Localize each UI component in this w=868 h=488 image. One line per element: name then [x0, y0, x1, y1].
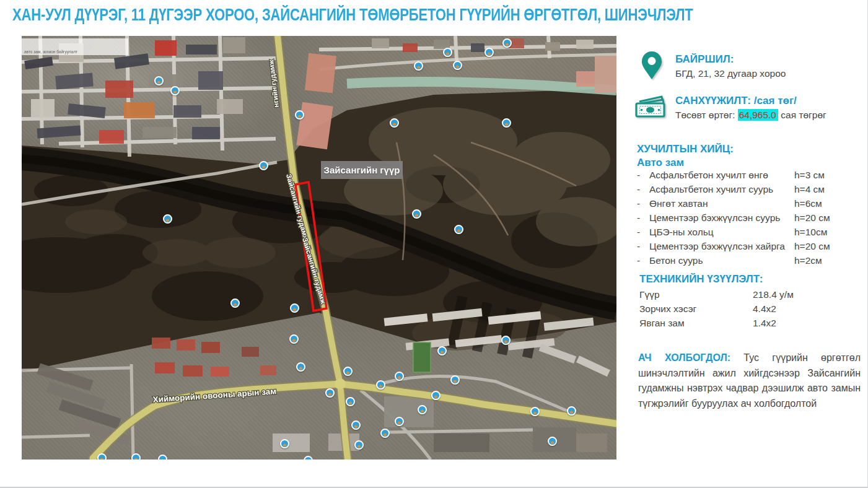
pavement-item: -Бетон суурьh=2см	[637, 253, 861, 268]
pavement-item: -Цементээр бэхжүүлсэн хайргаh=20 см	[637, 239, 861, 253]
financing-amount-highlight: 64,965.0	[738, 109, 778, 121]
photo-marker-icon[interactable]	[158, 455, 167, 460]
technical-title: ТЕХНИКИЙН ҮЗҮҮЛЭЛТ:	[639, 273, 763, 285]
photo-marker-icon[interactable]	[376, 380, 385, 390]
pavement-list: -Асфальтбетон хучилт өнгөh=3 см -Асфальт…	[637, 168, 861, 268]
pavement-item-label: Асфальтбетон хучилт өнгө	[649, 168, 794, 182]
photo-marker-icon[interactable]	[454, 225, 463, 234]
technical-row-value: 1.4х2	[753, 316, 844, 330]
photo-marker-icon[interactable]	[163, 214, 172, 224]
bridge-name-label: Зайсангийн гүүр	[321, 161, 403, 179]
technical-row: Зорчих хэсэг4.4х2	[639, 302, 844, 316]
pavement-item-label: Бетон суурь	[649, 253, 789, 268]
slide: ХАН-УУЛ ДҮҮРЭГ, 11 ДҮГЭЭР ХОРОО, ЗАЙСАНГ…	[0, 0, 868, 488]
pavement-item-value: h=20 см	[794, 211, 861, 225]
pavement-item: -Өнгөт хавтанh=6см	[637, 196, 861, 211]
technical-list: Гүүр218.4 у/м Зорчих хэсэг4.4х2 Явган за…	[639, 287, 844, 330]
pavement-item-label: Асфальтбетон хучилт суурь	[649, 182, 794, 196]
financing-title: САНХҮҮЖИЛТ: /сая төг/	[675, 95, 797, 107]
location-value: БГД, 21, 32 дугаар хороо	[675, 68, 786, 79]
photo-marker-icon[interactable]	[530, 407, 540, 416]
pavement-item: -Асфальтбетон хучилт суурьh=4 см	[637, 182, 861, 196]
photo-marker-icon[interactable]	[450, 375, 460, 385]
pavement-item-value: h=20 см	[794, 239, 861, 253]
photo-marker-icon[interactable]	[296, 362, 305, 372]
photo-marker-icon[interactable]	[412, 209, 421, 219]
pavement-subtitle: Авто зам	[637, 157, 684, 169]
bullet-dash: -	[637, 239, 649, 253]
photo-marker-icon[interactable]	[437, 346, 447, 355]
photo-marker-icon[interactable]	[502, 38, 512, 48]
pavement-item: -Цементээр бэхжүүлсэн суурьh=20 см	[637, 211, 861, 225]
photo-marker-icon[interactable]	[295, 110, 304, 120]
photo-marker-icon[interactable]	[418, 405, 427, 414]
photo-marker-icon[interactable]	[484, 48, 494, 57]
bullet-dash: -	[637, 168, 649, 182]
technical-row-value: 218.4 у/м	[753, 287, 844, 302]
photo-marker-icon[interactable]	[431, 391, 441, 400]
location-pin-icon	[641, 51, 662, 81]
pavement-item: -Асфальтбетон хучилт өнгөh=3 см	[637, 168, 861, 182]
bullet-dash: -	[637, 196, 649, 211]
financing-value: Төсөвт өртөг: 64,965.0 сая төгрөг	[675, 110, 826, 121]
pavement-item-value: h=4 см	[794, 182, 861, 196]
photo-marker-icon[interactable]	[453, 61, 462, 70]
satellite-map-art: нгийн гудамж Зайсангийн гудамж Зайсангий…	[22, 36, 616, 460]
photo-marker-icon[interactable]	[289, 334, 299, 344]
pavement-item-value: h=10см	[791, 225, 861, 239]
photo-marker-icon[interactable]	[290, 303, 299, 313]
pavement-item: -ЦБЭ-ны хольцh=10см	[637, 225, 861, 239]
financing-label: Төсөвт өртөг:	[675, 110, 735, 120]
photo-marker-icon[interactable]	[325, 388, 335, 398]
bullet-dash: -	[637, 211, 649, 225]
pavement-item-label: Цементээр бэхжүүлсэн хайрга	[649, 239, 797, 253]
technical-row: Явган зам1.4х2	[639, 316, 844, 330]
photo-marker-icon[interactable]	[548, 437, 557, 446]
technical-row-label: Явган зам	[639, 316, 753, 330]
technical-row: Гүүр218.4 у/м	[639, 287, 844, 302]
pavement-item-value: h=3 см	[794, 168, 861, 182]
pavement-item-value: h=2см	[789, 253, 861, 268]
photo-marker-icon[interactable]	[502, 118, 511, 128]
photo-marker-icon[interactable]	[154, 76, 164, 85]
location-title: БАЙРШИЛ:	[675, 53, 734, 66]
photo-marker-icon[interactable]	[259, 161, 268, 170]
financing-suffix: сая төгрөг	[781, 110, 826, 120]
photo-marker-icon[interactable]	[280, 439, 289, 448]
bullet-dash: -	[637, 182, 649, 196]
photo-marker-icon[interactable]	[443, 48, 452, 57]
pavement-item-value: h=6см	[791, 196, 861, 211]
map-attribution: авто зам, зохион байгуулалт	[22, 38, 128, 55]
photo-marker-icon[interactable]	[170, 86, 180, 95]
bullet-dash: -	[637, 225, 649, 239]
technical-row-label: Зорчих хэсэг	[639, 302, 753, 316]
technical-row-value: 4.4х2	[753, 302, 844, 316]
satellite-map: нгийн гудамж Зайсангийн гудамж Зайсангий…	[22, 36, 616, 460]
photo-marker-icon[interactable]	[351, 420, 361, 430]
photo-marker-icon[interactable]	[230, 298, 240, 308]
pavement-title: ХУЧИЛТЫН ХИЙЦ:	[637, 143, 734, 155]
photo-marker-icon[interactable]	[501, 336, 511, 345]
photo-marker-icon[interactable]	[346, 397, 355, 406]
photo-marker-icon[interactable]	[354, 440, 364, 450]
pavement-item-label: ЦБЭ-ны хольц	[649, 225, 791, 239]
photo-marker-icon[interactable]	[567, 406, 576, 416]
photo-marker-icon[interactable]	[131, 453, 141, 460]
photo-marker-icon[interactable]	[395, 417, 404, 426]
photo-marker-icon[interactable]	[414, 61, 423, 71]
photo-marker-icon[interactable]	[395, 372, 404, 381]
bullet-dash: -	[637, 253, 649, 268]
photo-marker-icon[interactable]	[380, 429, 390, 438]
photo-marker-icon[interactable]	[97, 453, 107, 460]
page-title: ХАН-УУЛ ДҮҮРЭГ, 11 ДҮГЭЭР ХОРОО, ЗАЙСАНГ…	[12, 6, 693, 25]
photo-marker-icon[interactable]	[343, 367, 353, 376]
significance-title: АЧ ХОЛБОГДОЛ:	[638, 352, 730, 363]
money-icon	[634, 93, 667, 119]
pavement-item-label: Өнгөт хавтан	[649, 196, 791, 211]
technical-row-label: Гүүр	[639, 287, 753, 302]
pavement-item-label: Цементээр бэхжүүлсэн суурь	[649, 211, 794, 225]
photo-marker-icon[interactable]	[390, 118, 399, 128]
significance-paragraph: АЧ ХОЛБОГДОЛ: Тус гүүрийн өргөтгөл шинэч…	[638, 351, 861, 411]
